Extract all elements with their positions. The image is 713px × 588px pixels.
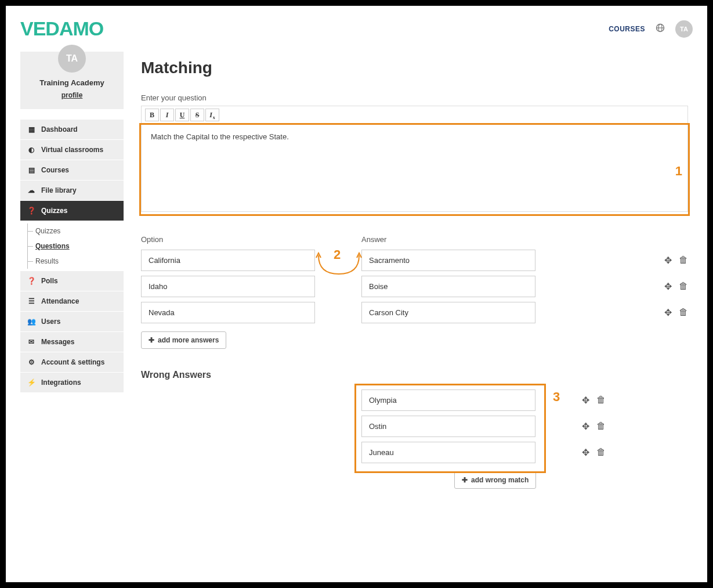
page-title: Matching	[141, 59, 688, 77]
trash-icon[interactable]: 🗑	[679, 255, 688, 266]
sidebar-item-dashboard[interactable]: ▦Dashboard	[20, 120, 124, 140]
annotation-2-number: 2	[334, 247, 341, 262]
option-input[interactable]	[141, 276, 315, 297]
move-icon[interactable]: ✥	[582, 395, 589, 406]
logo: VEDAMO	[20, 17, 103, 40]
plus-icon: ✚	[462, 476, 468, 484]
pair-row: ✥ 🗑	[141, 276, 688, 297]
plug-icon: ⚡	[27, 378, 35, 387]
top-bar: VEDAMO COURSES TA	[20, 17, 693, 40]
answer-input[interactable]	[361, 276, 535, 297]
pair-row: ✥ 🗑	[141, 302, 688, 323]
doc-icon: ☰	[27, 297, 35, 305]
profile-link[interactable]: profile	[61, 91, 83, 99]
move-icon[interactable]: ✥	[664, 255, 672, 266]
play-icon: ◐	[27, 146, 35, 154]
wrong-answer-row: ✥ 🗑	[141, 389, 688, 411]
gear-icon: ⚙	[27, 358, 35, 366]
add-wrong-match-button[interactable]: ✚add wrong match	[454, 471, 536, 489]
help-icon: ❓	[27, 277, 35, 285]
pair-row: ✥ 🗑	[141, 250, 688, 271]
grid-icon: ▦	[27, 125, 35, 134]
sidebar-avatar: TA	[58, 45, 86, 73]
mail-icon: ✉	[27, 338, 35, 346]
wrong-answer-input[interactable]	[361, 442, 535, 463]
sidebar-item-users[interactable]: 👥Users	[20, 312, 124, 332]
wrong-answer-row: ✥ 🗑	[141, 416, 688, 437]
underline-button[interactable]: U	[175, 109, 189, 121]
annotation-1-number: 1	[675, 164, 682, 179]
trash-icon[interactable]: 🗑	[596, 421, 606, 432]
editor-toolbar: B I U S Ix	[142, 106, 687, 124]
trash-icon[interactable]: 🗑	[596, 447, 606, 458]
sidebar-item-virtual-classrooms[interactable]: ◐Virtual classrooms	[20, 140, 124, 160]
sidebar-item-polls[interactable]: ❓Polls	[20, 271, 124, 291]
answer-input[interactable]	[361, 250, 535, 271]
sidebar-item-integrations[interactable]: ⚡Integrations	[20, 373, 124, 393]
annotation-3-number: 3	[553, 389, 560, 405]
italic-button[interactable]: I	[160, 109, 174, 121]
sidebar-item-account-settings[interactable]: ⚙Account & settings	[20, 352, 124, 373]
answer-input[interactable]	[361, 302, 535, 323]
wrong-answers-title: Wrong Answers	[141, 370, 688, 380]
question-label: Enter your question	[141, 93, 688, 102]
bold-button[interactable]: B	[145, 109, 159, 121]
main-content: Matching Enter your question B I U S Ix …	[141, 52, 693, 489]
strike-button[interactable]: S	[190, 109, 204, 121]
sidebar-item-file-library[interactable]: ☁File library	[20, 181, 124, 201]
wrong-answer-input[interactable]	[361, 389, 535, 411]
subnav-questions[interactable]: Questions	[35, 239, 124, 254]
option-input[interactable]	[141, 302, 315, 323]
sidebar-item-messages[interactable]: ✉Messages	[20, 332, 124, 352]
avatar[interactable]: TA	[675, 20, 693, 38]
option-input[interactable]	[141, 250, 315, 271]
profile-block: TA Training Academy profile	[20, 52, 124, 109]
help-icon: ❓	[27, 207, 35, 215]
trash-icon[interactable]: 🗑	[679, 281, 688, 292]
sidebar-item-attendance[interactable]: ☰Attendance	[20, 291, 124, 312]
sidebar-item-quizzes[interactable]: ❓Quizzes	[20, 201, 124, 221]
trash-icon[interactable]: 🗑	[679, 307, 688, 318]
org-name: Training Academy	[26, 78, 118, 87]
move-icon[interactable]: ✥	[664, 281, 672, 292]
move-icon[interactable]: ✥	[664, 307, 672, 318]
add-more-answers-button[interactable]: ✚add more answers	[141, 331, 226, 349]
users-icon: 👥	[27, 318, 35, 326]
globe-icon[interactable]	[656, 23, 665, 35]
sidebar-item-courses[interactable]: ▤Courses	[20, 160, 124, 181]
option-column-label: Option	[141, 235, 315, 244]
move-icon[interactable]: ✥	[582, 447, 589, 458]
wrong-answer-row: ✥ 🗑	[141, 442, 688, 463]
cloud-icon: ☁	[27, 186, 35, 194]
quizzes-subnav: Quizzes Questions Results	[20, 221, 124, 271]
trash-icon[interactable]: 🗑	[596, 395, 606, 406]
answer-column-label: Answer	[361, 235, 535, 244]
book-icon: ▤	[27, 166, 35, 174]
courses-link[interactable]: COURSES	[609, 25, 645, 33]
move-icon[interactable]: ✥	[582, 421, 589, 432]
question-editor: B I U S Ix Match the Capital to the resp…	[141, 106, 688, 212]
question-textarea[interactable]: Match the Capital to the respective Stat…	[142, 124, 687, 211]
sidebar: TA Training Academy profile ▦Dashboard ◐…	[20, 52, 124, 489]
subnav-quizzes[interactable]: Quizzes	[35, 223, 124, 239]
plus-icon: ✚	[149, 336, 154, 344]
clear-format-button[interactable]: Ix	[205, 109, 219, 121]
subnav-results[interactable]: Results	[35, 254, 124, 269]
wrong-answer-input[interactable]	[361, 416, 535, 437]
